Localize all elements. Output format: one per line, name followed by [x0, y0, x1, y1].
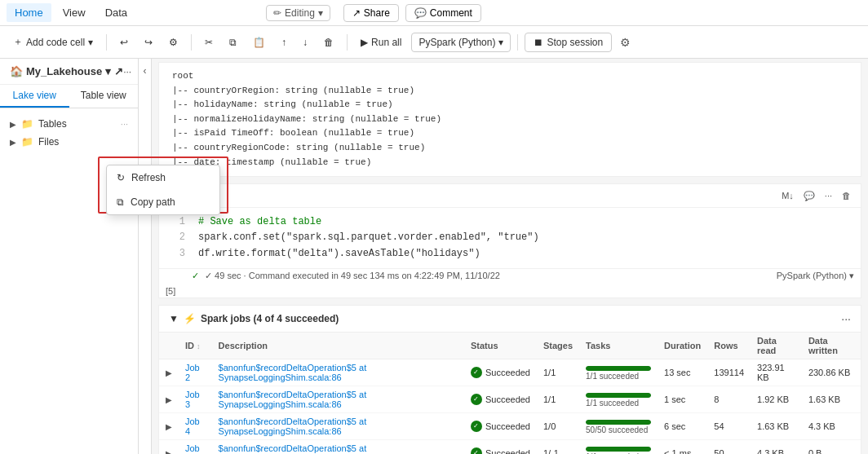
- copy-button[interactable]: ⧉: [223, 33, 243, 51]
- collapse-icon[interactable]: ▼: [169, 313, 179, 324]
- row-rows: 8: [707, 386, 751, 412]
- paste-icon: 📋: [253, 37, 265, 48]
- row-data-written: 0 B: [802, 439, 861, 454]
- add-code-cell-button[interactable]: ＋ Add code cell ▾: [7, 32, 100, 52]
- col-stages[interactable]: Stages: [537, 333, 579, 359]
- row-expand[interactable]: ▶: [159, 439, 179, 454]
- cell-line-3: 3 df.write.format("delta").saveAsTable("…: [172, 246, 848, 262]
- col-data-written[interactable]: Data written: [802, 333, 861, 359]
- undo-button[interactable]: ↩: [113, 33, 135, 51]
- col-duration[interactable]: Duration: [658, 333, 707, 359]
- status-label: Succeeded: [485, 421, 530, 431]
- chevron-down-icon: ▾: [849, 271, 854, 280]
- row-rows: 50: [707, 439, 751, 454]
- tables-more[interactable]: ···: [121, 119, 128, 129]
- move-up-icon: ↑: [281, 37, 286, 48]
- schema-line-4: |-- isPaid TimeOff: boolean (nullable = …: [172, 126, 848, 141]
- sidebar-collapse-arrow[interactable]: ‹: [139, 59, 152, 454]
- col-expand: [159, 333, 179, 359]
- pencil-icon: ✏: [273, 7, 281, 19]
- row-expand[interactable]: ▶: [159, 412, 179, 439]
- expand-icon: ▶: [10, 120, 16, 129]
- move-down-button[interactable]: ↓: [296, 33, 314, 51]
- more-options-icon[interactable]: ···: [123, 66, 131, 77]
- cell-markdown-btn[interactable]: M↓: [778, 189, 797, 203]
- row-stages: 1/-1: [537, 439, 579, 454]
- nav-menu: Home View Data: [7, 3, 135, 22]
- chevron-down-icon: ▾: [88, 37, 93, 48]
- row-description[interactable]: $anonfun$recordDeltaOperation$5 at Synap…: [212, 359, 464, 386]
- spark-jobs-more[interactable]: ···: [841, 312, 851, 325]
- row-description[interactable]: $anonfun$recordDeltaOperation$5 at Synap…: [212, 412, 464, 439]
- row-tasks: 1/1 succeeded: [579, 359, 658, 386]
- row-duration: < 1 ms: [658, 439, 707, 454]
- tab-table-view[interactable]: Table view: [69, 85, 139, 108]
- col-data-read[interactable]: Data read: [751, 333, 802, 359]
- row-status: ✓ Succeeded: [464, 386, 537, 412]
- table-row: ▶ Job 2 $anonfun$recordDeltaOperation$5 …: [159, 359, 861, 386]
- row-expand[interactable]: ▶: [159, 359, 179, 386]
- delete-button[interactable]: 🗑: [317, 33, 340, 51]
- cut-icon: ✂: [205, 37, 213, 48]
- nav-home[interactable]: Home: [7, 3, 51, 22]
- spark-jobs: ▼ ⚡ Spark jobs (4 of 4 succeeded) ··· ID…: [158, 305, 861, 454]
- tab-lake-view[interactable]: Lake view: [0, 85, 69, 108]
- row-duration: 13 sec: [658, 359, 707, 386]
- col-description[interactable]: Description: [212, 333, 464, 359]
- row-status: ✓ Succeeded: [464, 439, 537, 454]
- share-icon: ↗: [352, 7, 361, 19]
- nav-data[interactable]: Data: [97, 3, 135, 22]
- sidebar-item-tables[interactable]: ▶ 📁 Tables ···: [3, 115, 135, 133]
- row-tasks: 50/50 succeeded: [579, 412, 658, 439]
- col-id[interactable]: ID ↕: [179, 333, 212, 359]
- sidebar-item-files[interactable]: ▶ 📁 Files: [3, 133, 135, 151]
- external-link-icon: ↗: [114, 65, 123, 77]
- row-description[interactable]: $anonfun$recordDeltaOperation$5 at Synap…: [212, 439, 464, 454]
- row-expand[interactable]: ▶: [159, 386, 179, 412]
- sidebar-tabs: Lake view Table view: [0, 85, 138, 108]
- context-menu-refresh[interactable]: ↻ Refresh: [107, 165, 219, 190]
- top-bar: Home View Data ✏ Editing ▾ ↗ Share 💬 Com…: [0, 0, 868, 26]
- table-row: ▶ Job 4 $anonfun$recordDeltaOperation$5 …: [159, 412, 861, 439]
- cell-5-footer: ✓ ✓ 49 sec · Command executed in 49 sec …: [159, 268, 861, 284]
- toolbar-settings-button[interactable]: ⚙: [615, 33, 636, 52]
- row-status: ✓ Succeeded: [464, 412, 537, 439]
- cut-button[interactable]: ✂: [198, 33, 219, 51]
- row-description[interactable]: $anonfun$recordDeltaOperation$5 at Synap…: [212, 386, 464, 412]
- table-header-row: ID ↕ Description Status Stages Tasks Dur…: [159, 333, 861, 359]
- comment-button[interactable]: 💬 Comment: [405, 4, 481, 22]
- editing-badge[interactable]: ✏ Editing ▾: [266, 5, 330, 21]
- kernel-select[interactable]: PySpark (Python) ▾: [411, 33, 511, 52]
- copy-path-icon: ⧉: [117, 196, 124, 208]
- row-data-read: 1.92 KB: [751, 386, 802, 412]
- cell-comment-btn[interactable]: 💬: [800, 189, 818, 203]
- files-icon: 📁: [21, 136, 33, 148]
- paste-button[interactable]: 📋: [246, 33, 272, 51]
- spark-jobs-title: ▼ ⚡ Spark jobs (4 of 4 succeeded): [169, 313, 339, 324]
- settings-icon-button[interactable]: ⚙: [162, 33, 184, 51]
- cell-kernel: PySpark (Python) ▾: [777, 271, 854, 281]
- col-tasks[interactable]: Tasks: [579, 333, 658, 359]
- plus-icon: ＋: [13, 35, 23, 49]
- sep4: [517, 34, 518, 51]
- share-button[interactable]: ↗ Share: [343, 4, 399, 22]
- move-up-button[interactable]: ↑: [275, 33, 293, 51]
- cell-more-btn[interactable]: ···: [822, 189, 835, 203]
- col-rows[interactable]: Rows: [707, 333, 751, 359]
- row-data-read: 1.63 KB: [751, 412, 802, 439]
- redo-button[interactable]: ↪: [138, 33, 159, 51]
- cell-line-1: 1 # Save as delta table: [172, 214, 848, 230]
- nav-view[interactable]: View: [55, 3, 94, 22]
- cell-id: [5]: [166, 286, 175, 296]
- context-menu-copy-path[interactable]: ⧉ Copy path: [107, 190, 219, 214]
- stop-session-button[interactable]: ⏹ Stop session: [525, 33, 612, 52]
- cell-delete-btn[interactable]: 🗑: [839, 189, 854, 203]
- row-data-read: 323.91 KB: [751, 359, 802, 386]
- status-label: Succeeded: [485, 448, 530, 454]
- lakehouse-icon: 🏠: [10, 65, 23, 77]
- run-button[interactable]: ▶ Run all: [354, 33, 408, 51]
- sep3: [347, 34, 348, 51]
- sidebar-title[interactable]: 🏠 My_Lakehouse ▾ ↗: [10, 65, 123, 77]
- row-duration: 1 sec: [658, 386, 707, 412]
- col-status[interactable]: Status: [464, 333, 537, 359]
